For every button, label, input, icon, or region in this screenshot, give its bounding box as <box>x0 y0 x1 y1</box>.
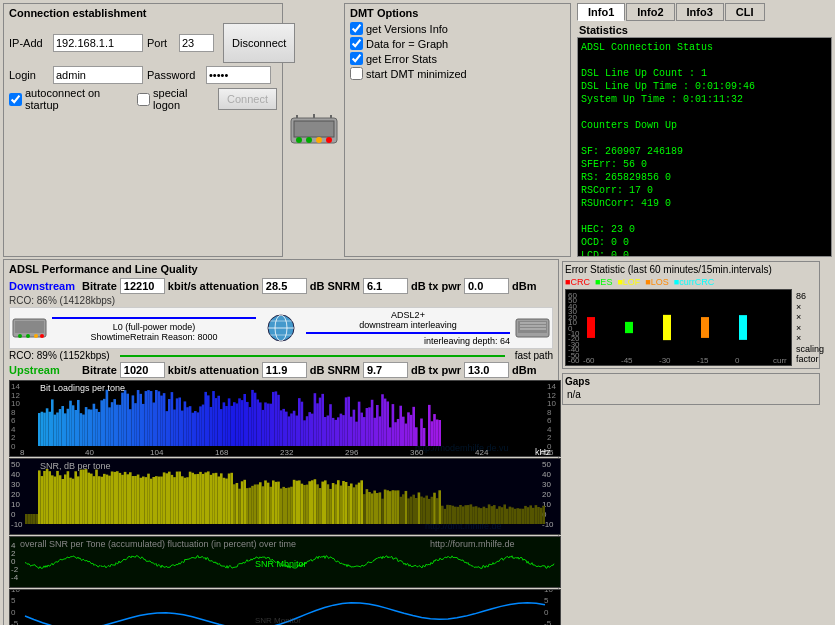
bitrate-unit-ds: kbit/s <box>168 280 197 292</box>
autoconnect-label: autoconnect on startup <box>25 87 122 111</box>
upstream-label: Upstream <box>9 364 79 376</box>
snr-fluctuation-graph <box>9 536 561 588</box>
connection-title: Connection establishment <box>9 7 277 19</box>
right-panel: Info1 Info2 Info3 CLI Statistics ADSL Co… <box>574 3 832 257</box>
autoconnect-checkbox[interactable] <box>9 93 22 106</box>
interleaving-depth-label: interleaving depth: 64 <box>306 336 510 346</box>
snrm-unit-us: dB <box>411 364 426 376</box>
tab-info1[interactable]: Info1 <box>577 3 625 21</box>
gaps-section: Gaps n/a <box>562 373 820 405</box>
upstream-atten: 11.9 <box>262 362 307 378</box>
upstream-txpwr: 13.0 <box>464 362 509 378</box>
login-label: Login <box>9 69 49 81</box>
svg-point-5 <box>326 137 332 143</box>
downstream-atten: 28.5 <box>262 278 307 294</box>
atten-label-ds: attenuation <box>200 280 259 292</box>
start-minimized-label: start DMT minimized <box>366 68 467 80</box>
retrain-label: ShowtimeRetrain Reason: 8000 <box>52 332 256 342</box>
statistics-label: Statistics <box>577 23 832 37</box>
error-bar-chart <box>565 289 792 366</box>
error-chart-title: Error Statistic (last 60 minutes/15min.i… <box>565 264 817 275</box>
error-legend: ■CRC ■ES ■LOF ■LOS ■currCRC <box>565 277 817 287</box>
modem-small-icon <box>12 317 47 339</box>
scaling-labels: 86 × × × × scaling factor <box>794 289 826 366</box>
snrm-label-ds: SNRM <box>328 280 360 292</box>
adsl-section: ADSL Performance and Line Quality Downst… <box>3 259 559 625</box>
los-legend: ■LOS <box>645 277 668 287</box>
port-input[interactable] <box>179 34 214 52</box>
svg-point-14 <box>40 334 44 338</box>
txpwr-label-ds: tx pwr <box>429 280 461 292</box>
dslam-icon <box>515 317 550 339</box>
downstream-snrm: 6.1 <box>363 278 408 294</box>
connection-section: Connection establishment IP-Add Port Dis… <box>3 3 283 257</box>
svg-point-3 <box>306 137 312 143</box>
snr-monitor-graph <box>9 589 561 625</box>
port-label: Port <box>147 37 175 49</box>
bitloading-graph <box>9 380 561 457</box>
txpwr-unit-us: dBm <box>512 364 536 376</box>
currcrc-legend: ■currCRC <box>674 277 714 287</box>
tab-info2[interactable]: Info2 <box>626 3 674 21</box>
downstream-bitrate: 12210 <box>120 278 165 294</box>
start-minimized-checkbox[interactable] <box>350 67 363 80</box>
downstream-txpwr: 0.0 <box>464 278 509 294</box>
tab-bar: Info1 Info2 Info3 CLI <box>577 3 832 21</box>
special-logon-checkbox[interactable] <box>137 93 150 106</box>
svg-rect-10 <box>15 321 44 333</box>
special-logon-label: special logon <box>153 87 208 111</box>
pw-label: Password <box>147 69 202 81</box>
dmt-title: DMT Options <box>350 7 565 19</box>
atten-label-us: attenuation <box>200 364 259 376</box>
ip-input[interactable] <box>53 34 143 52</box>
info-box[interactable]: ADSL Connection StatusDSL Line Up Count … <box>577 37 832 257</box>
adsl-title: ADSL Performance and Line Quality <box>9 263 553 275</box>
snrm-unit-ds: dB <box>411 280 426 292</box>
txpwr-label-us: tx pwr <box>429 364 461 376</box>
upstream-bitrate: 1020 <box>120 362 165 378</box>
get-error-stats-checkbox[interactable] <box>350 52 363 65</box>
svg-point-12 <box>26 334 30 338</box>
downstream-label: Downstream <box>9 280 79 292</box>
crc-legend: ■CRC <box>565 277 590 287</box>
es-legend: ■ES <box>595 277 612 287</box>
bitrate-unit-us: kbit/s <box>168 364 197 376</box>
get-data-graph-checkbox[interactable] <box>350 37 363 50</box>
upstream-snrm: 9.7 <box>363 362 408 378</box>
atten-unit-ds: dB <box>310 280 325 292</box>
bitrate-label-ds: Bitrate <box>82 280 117 292</box>
right-panel-bottom: Error Statistic (last 60 minutes/15min.i… <box>562 259 820 625</box>
l0-label: L0 (full-power mode) <box>52 322 256 332</box>
tab-info3[interactable]: Info3 <box>676 3 724 21</box>
login-input[interactable] <box>53 66 143 84</box>
scaling-factor-label: scaling factor <box>796 344 824 364</box>
dmt-section: DMT Options get Versions Info Data for =… <box>344 3 571 257</box>
fast-path-label: fast path <box>515 350 553 361</box>
rco1-label: RCO: 86% (14128kbps) <box>9 295 553 306</box>
gaps-title: Gaps <box>565 376 817 387</box>
downstream-interleaving-label: downstream interleaving <box>306 320 510 330</box>
snr-graph <box>9 458 561 535</box>
svg-point-13 <box>34 334 38 338</box>
disconnect-button[interactable]: Disconnect <box>223 23 295 63</box>
gaps-value: n/a <box>565 387 817 402</box>
get-versions-label: get Versions Info <box>366 23 448 35</box>
svg-point-4 <box>316 137 322 143</box>
lof-legend: ■LOF <box>617 277 640 287</box>
tab-cli[interactable]: CLI <box>725 3 765 21</box>
error-chart-section: Error Statistic (last 60 minutes/15min.i… <box>562 261 820 369</box>
error-chart-container: 86 × × × × scaling factor <box>565 289 817 366</box>
connect-button[interactable]: Connect <box>218 88 277 110</box>
get-versions-checkbox[interactable] <box>350 22 363 35</box>
bitrate-label-us: Bitrate <box>82 364 117 376</box>
txpwr-unit-ds: dBm <box>512 280 536 292</box>
svg-rect-1 <box>294 121 334 137</box>
snrm-label-us: SNRM <box>328 364 360 376</box>
modem-icon-area <box>286 3 341 257</box>
password-input[interactable] <box>206 66 271 84</box>
svg-point-2 <box>296 137 302 143</box>
get-error-stats-label: get Error Stats <box>366 53 437 65</box>
adsl2-label: ADSL2+ <box>306 310 510 320</box>
atten-unit-us: dB <box>310 364 325 376</box>
get-data-graph-label: Data for = Graph <box>366 38 448 50</box>
